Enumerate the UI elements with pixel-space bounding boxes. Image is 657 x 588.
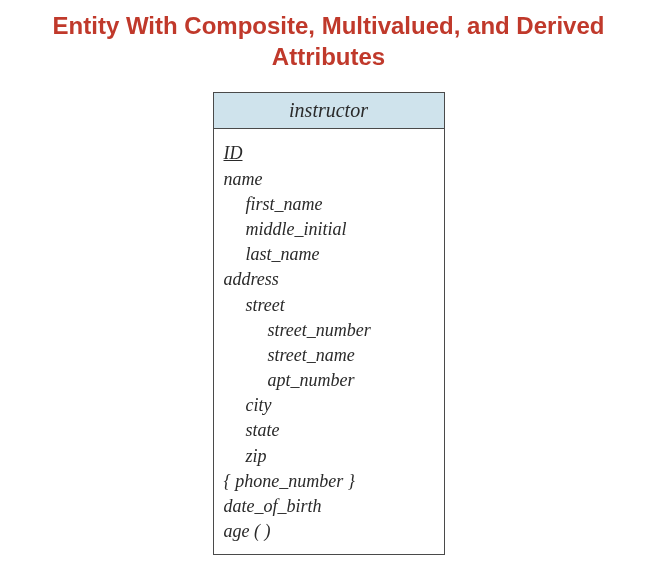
attribute-row: street bbox=[224, 293, 434, 318]
entity-name: instructor bbox=[214, 93, 444, 129]
attribute-row: age ( ) bbox=[224, 519, 434, 544]
attribute-row: ID bbox=[224, 141, 434, 166]
attribute-row: middle_initial bbox=[224, 217, 434, 242]
attribute-row: first_name bbox=[224, 192, 434, 217]
attribute-row: date_of_birth bbox=[224, 494, 434, 519]
attribute-row: { phone_number } bbox=[224, 469, 434, 494]
entity-box: instructor IDnamefirst_namemiddle_initia… bbox=[213, 92, 445, 555]
entity-attributes: IDnamefirst_namemiddle_initiallast_namea… bbox=[214, 129, 444, 554]
attribute-row: apt_number bbox=[224, 368, 434, 393]
page-title: Entity With Composite, Multivalued, and … bbox=[0, 10, 657, 72]
attribute-row: address bbox=[224, 267, 434, 292]
attribute-row: name bbox=[224, 167, 434, 192]
attribute-row: street_name bbox=[224, 343, 434, 368]
attribute-row: state bbox=[224, 418, 434, 443]
attribute-row: last_name bbox=[224, 242, 434, 267]
attribute-row: zip bbox=[224, 444, 434, 469]
attribute-row: city bbox=[224, 393, 434, 418]
attribute-row: street_number bbox=[224, 318, 434, 343]
